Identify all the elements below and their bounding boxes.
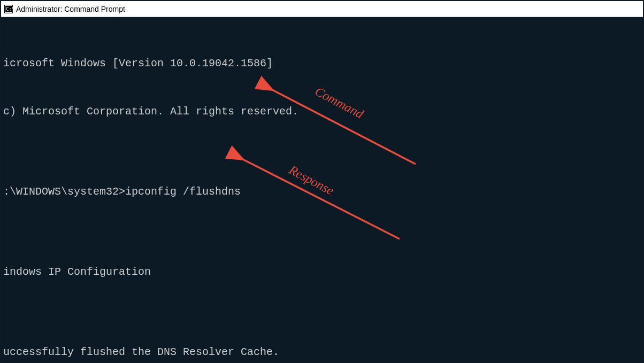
- window-titlebar: C:\ Administrator: Command Prompt: [1, 1, 643, 17]
- command-arrow: [271, 89, 416, 164]
- terminal-output-line: indows IP Configuration: [1, 264, 643, 280]
- terminal-output-line: c) Microsoft Corporation. All rights res…: [1, 104, 643, 120]
- svg-text:C:\: C:\: [6, 6, 13, 12]
- terminal-response-line: uccessfully flushed the DNS Resolver Cac…: [1, 344, 643, 360]
- cmd-icon: C:\: [4, 5, 13, 13]
- terminal-command-line: :\WINDOWS\system32>ipconfig /flushdns: [1, 184, 643, 200]
- window-title: Administrator: Command Prompt: [16, 5, 125, 13]
- terminal-area[interactable]: icrosoft Windows [Version 10.0.19042.158…: [1, 17, 643, 362]
- terminal-output-line: icrosoft Windows [Version 10.0.19042.158…: [1, 56, 643, 72]
